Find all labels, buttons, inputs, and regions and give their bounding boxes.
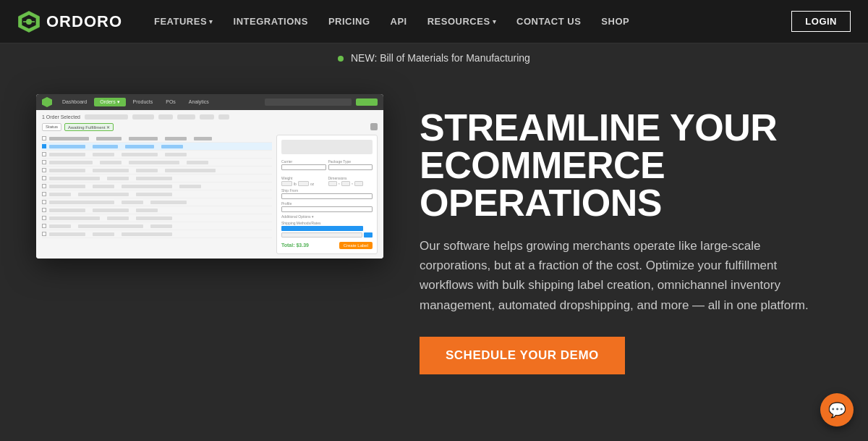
app-carrier-label: Carrier (281, 159, 326, 164)
app-dimensions-label: Dimensions (328, 176, 373, 180)
app-orders-list (42, 135, 272, 254)
app-shipping-label: Shipping Methods/Rates (281, 221, 373, 225)
app-row-bar (179, 185, 201, 188)
nav-item-pricing[interactable]: PRICING (320, 10, 379, 33)
app-checkbox-header (42, 136, 46, 140)
app-list-row (42, 167, 272, 175)
app-tab-analytics: Analytics (183, 98, 215, 106)
app-top-search (265, 98, 352, 106)
app-checkbox (42, 192, 46, 196)
app-tab-dashboard: Dashboard (56, 98, 93, 106)
app-row-bar (93, 232, 114, 236)
app-list-row (42, 206, 272, 214)
app-checkbox (42, 168, 46, 172)
svg-point-2 (26, 19, 32, 25)
svg-rect-3 (23, 21, 27, 22)
app-row-bar2 (93, 145, 118, 148)
app-toolbar-bar3 (158, 114, 173, 119)
app-checkbox (42, 152, 46, 156)
app-search-icon (370, 123, 378, 130)
app-col-header1 (49, 137, 89, 140)
main-nav: ORDORO FEATURES ▾ INTEGRATIONS PRICING A… (0, 0, 868, 43)
nav-item-contact[interactable]: CONTACT US (508, 10, 590, 33)
app-row-bar (49, 153, 85, 156)
app-screenshot: Dashboard Orders ▾ Products POs Analytic… (36, 94, 383, 259)
app-green-button (356, 98, 378, 106)
app-row-bar (49, 232, 85, 236)
app-row-bar4 (161, 145, 183, 148)
app-ship-from-select (281, 193, 373, 199)
app-selection-count: 1 Order Selected (42, 114, 80, 119)
app-list-row (42, 175, 272, 182)
app-additional-label: Additional Options ▾ (281, 214, 373, 219)
app-row-bar (165, 169, 216, 172)
app-list-row (42, 214, 272, 222)
nav-item-features[interactable]: FEATURES ▾ (145, 10, 222, 33)
app-row-bar (122, 201, 143, 204)
app-row-bar3 (125, 145, 154, 148)
app-row-bar (93, 169, 129, 172)
app-total-price: Total: $3.39 (281, 243, 309, 248)
announcement-bar: NEW: Bill of Materials for Manufacturing (0, 43, 868, 72)
app-row-bar (136, 193, 172, 196)
cta-button[interactable]: SCHEDULE YOUR DEMO (420, 337, 625, 374)
hero-description: Our software helps growing merchants ope… (420, 236, 810, 315)
app-filter-status: Status (42, 123, 61, 131)
logo-text: ORDORO (46, 12, 122, 31)
hero-text-section: STREAMLINE YOUR ECOMMERCE OPERATIONS Our… (420, 94, 832, 374)
app-list-row (42, 151, 272, 159)
app-row-bar (150, 224, 172, 228)
app-toolbar-bar6 (218, 114, 229, 119)
app-col-header4 (165, 137, 187, 140)
app-toolbar-bar4 (177, 114, 195, 119)
app-row-bar (49, 217, 100, 220)
app-checkbox (42, 224, 46, 228)
hero-section: Dashboard Orders ▾ Products POs Analytic… (0, 72, 868, 427)
app-list-row (42, 230, 272, 238)
app-row-bar (49, 193, 71, 196)
app-nav-tabs: Dashboard Orders ▾ Products POs Analytic… (56, 98, 260, 106)
nav-item-resources[interactable]: RESOURCES ▾ (419, 10, 505, 33)
app-row-bar (78, 224, 143, 228)
app-checkbox (42, 216, 46, 220)
app-row-bar (49, 177, 100, 180)
app-list-row (42, 190, 272, 198)
app-checkbox (42, 176, 46, 180)
login-button[interactable]: LOGIN (791, 11, 851, 32)
nav-item-shop[interactable]: SHOP (592, 10, 638, 33)
app-filter-awaiting: Awaiting Fulfillment ✕ (64, 123, 114, 131)
app-ship-from-label: Ship From (281, 188, 373, 193)
app-logo-small (42, 97, 52, 107)
app-checkbox-checked (42, 144, 46, 148)
app-weight-label: Weight (281, 176, 326, 180)
app-toolbar-bar5 (200, 114, 214, 119)
app-create-label-btn: Create Label (339, 242, 373, 249)
app-detail-header (281, 140, 373, 154)
app-checkbox (42, 160, 46, 164)
app-row-bar (122, 185, 172, 188)
app-row-bar (49, 169, 85, 172)
chat-icon: 💬 (828, 401, 846, 419)
app-col-header3 (129, 137, 158, 140)
chevron-down-icon: ▾ (493, 18, 497, 25)
nav-links: FEATURES ▾ INTEGRATIONS PRICING API RESO… (145, 10, 791, 33)
app-list-row (42, 222, 272, 230)
app-carrier-select (281, 164, 326, 170)
app-detail-panel: Carrier Package Type Weight (276, 135, 378, 254)
app-profile-label: Profile (281, 201, 373, 206)
app-row-bar (78, 193, 129, 196)
app-checkbox (42, 184, 46, 188)
nav-item-api[interactable]: API (382, 10, 416, 33)
app-row-bar (49, 209, 85, 212)
app-profile-select (281, 206, 373, 212)
app-row-bar (49, 161, 93, 164)
logo[interactable]: ORDORO (17, 10, 122, 33)
nav-item-integrations[interactable]: INTEGRATIONS (225, 10, 317, 33)
app-row-bar (100, 161, 122, 164)
app-package-label: Package Type (328, 159, 373, 164)
app-row-bar (107, 217, 129, 220)
app-row-bar (187, 161, 208, 164)
app-tab-products: Products (127, 98, 159, 106)
app-list-row (42, 182, 272, 190)
chat-bubble-button[interactable]: 💬 (820, 393, 854, 427)
